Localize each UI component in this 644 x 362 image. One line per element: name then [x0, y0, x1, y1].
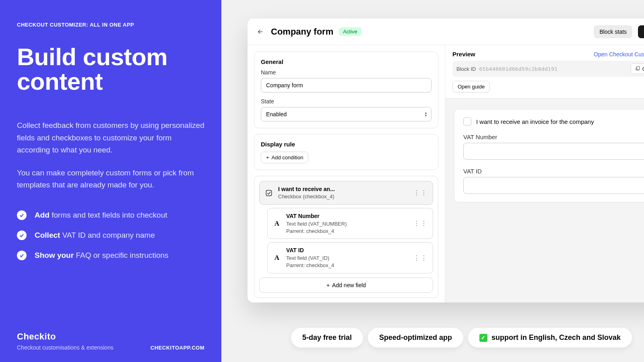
block-id-value: 65b440601d66d59c2b8dd191: [479, 66, 627, 72]
bullet-bold: Collect: [35, 231, 60, 239]
check-icon: [17, 251, 27, 260]
state-select[interactable]: Enabled: [261, 107, 431, 121]
add-field-label: Add new field: [332, 282, 366, 288]
checkbox-icon: [264, 189, 273, 197]
field-title: I want to receive an...: [278, 185, 409, 193]
add-condition-label: Add condition: [272, 154, 303, 160]
text-field-icon: A: [272, 253, 281, 262]
preview-field1-label: VAT Number: [463, 134, 644, 140]
display-rule-panel: Display rule + Add condition: [254, 134, 438, 170]
field-title: VAT Number: [286, 212, 409, 220]
preview-checkbox-label: I want to receive an invoice for the com…: [476, 118, 594, 125]
svg-rect-2: [637, 66, 640, 70]
clipboard-icon: [635, 66, 640, 72]
back-arrow-icon[interactable]: [256, 27, 265, 37]
general-heading: General: [261, 58, 431, 65]
brand-logo: Checkito: [17, 331, 114, 342]
block-id-row: Block ID 65b440601d66d59c2b8dd191 Copy: [452, 61, 644, 77]
preview-field2-label: VAT ID: [463, 168, 644, 175]
marketing-sidebar: CHECKOUT CUSTOMIZER: ALL IN ONE APP Buil…: [0, 0, 221, 362]
name-input[interactable]: [261, 78, 431, 93]
app-topbar: Company form Active Block stats Save: [248, 19, 644, 45]
svg-rect-1: [266, 190, 272, 196]
field-subtitle: Text field (VAT_ID): [286, 255, 409, 262]
field-row-vat-id[interactable]: A VAT ID Text field (VAT_ID) Parrent: ch…: [267, 242, 433, 273]
checkmark-icon: ✓: [479, 334, 487, 342]
bullet-item: Collect VAT ID and company name: [17, 230, 204, 240]
bullet-bold: Show your: [35, 251, 74, 259]
add-condition-button[interactable]: + Add condition: [261, 152, 308, 163]
field-row-vat-number[interactable]: A VAT Number Text field (VAT_NUMBER) Par…: [267, 208, 433, 239]
open-guide-button[interactable]: Open guide: [452, 81, 490, 93]
badge-speed: Speed-optimized app: [368, 328, 463, 348]
bullet-rest: FAQ or specific instructions: [74, 251, 168, 259]
fields-panel: I want to receive an... Checkbox (checkb…: [254, 176, 438, 298]
drag-handle-icon[interactable]: ⋮⋮: [413, 189, 428, 197]
bullet-item: Show your FAQ or specific instructions: [17, 251, 204, 260]
preview-checkbox[interactable]: [463, 117, 471, 125]
copy-label: Copy: [642, 66, 644, 72]
eyebrow: CHECKOUT CUSTOMIZER: ALL IN ONE APP: [17, 22, 204, 28]
field-parent: Parrent: checkbox_4: [286, 262, 409, 269]
field-subtitle: Text field (VAT_NUMBER): [286, 220, 409, 228]
feature-badges: 5-day free trial Speed-optimized app ✓ s…: [291, 328, 632, 348]
field-row-checkbox[interactable]: I want to receive an... Checkbox (checkb…: [259, 181, 433, 205]
bullet-list: Add forms and text fields into checkout …: [17, 210, 204, 260]
drag-handle-icon[interactable]: ⋮⋮: [413, 254, 428, 262]
add-field-button[interactable]: + Add new field: [259, 278, 433, 293]
name-label: Name: [261, 69, 431, 76]
preview-vat-number-input[interactable]: [463, 143, 644, 160]
badge-trial: 5-day free trial: [291, 328, 363, 348]
field-parent: Parrent: checkbox_4: [286, 228, 409, 235]
brand-url: CHECKITOAPP.COM: [151, 345, 204, 351]
bullet-item: Add forms and text fields into checkout: [17, 210, 204, 220]
status-badge: Active: [339, 27, 361, 36]
badge-support-text: support in English, Czech and Slovak: [491, 333, 621, 342]
save-button[interactable]: Save: [638, 25, 644, 38]
plus-icon: +: [266, 154, 269, 160]
right-pane: Company form Active Block stats Save Gen…: [221, 0, 644, 362]
select-chevron-icon: ▲▼: [424, 111, 427, 117]
bullet-rest: forms and text fields into checkout: [50, 211, 167, 219]
state-label: State: [261, 98, 431, 105]
copy-button[interactable]: Copy: [631, 64, 644, 74]
bullet-rest: VAT ID and company name: [60, 231, 155, 239]
general-panel: General Name State Enabled ▲▼: [254, 51, 438, 128]
badge-support: ✓ support in English, Czech and Slovak: [468, 328, 632, 348]
preview-heading: Preview: [452, 51, 475, 58]
hero-title: Build custom content: [17, 45, 204, 94]
field-subtitle: Checkbox (checkbox_4): [278, 193, 409, 200]
preview-vat-id-input[interactable]: [463, 177, 644, 194]
hero-paragraph-2: You can make completely custom forms or …: [17, 167, 204, 191]
open-customizer-link[interactable]: Open Checkout Customizer: [594, 51, 644, 58]
field-title: VAT ID: [286, 247, 409, 254]
block-stats-button[interactable]: Block stats: [594, 25, 632, 38]
drag-handle-icon[interactable]: ⋮⋮: [413, 220, 428, 227]
app-window: Company form Active Block stats Save Gen…: [248, 19, 644, 302]
check-icon: [17, 210, 27, 220]
brand-tagline: Checkout customisations & extensions: [17, 344, 114, 351]
hero-paragraph-1: Collect feedback from customers by using…: [17, 119, 204, 156]
preview-card: I want to receive an invoice for the com…: [454, 109, 644, 202]
display-rule-heading: Display rule: [261, 141, 431, 148]
text-field-icon: A: [272, 219, 281, 228]
block-id-label: Block ID: [456, 66, 476, 72]
preview-canvas: I want to receive an invoice for the com…: [445, 98, 644, 302]
plus-icon: +: [326, 282, 330, 288]
page-title: Company form: [271, 27, 333, 37]
bullet-bold: Add: [35, 211, 50, 219]
check-icon: [17, 230, 27, 240]
